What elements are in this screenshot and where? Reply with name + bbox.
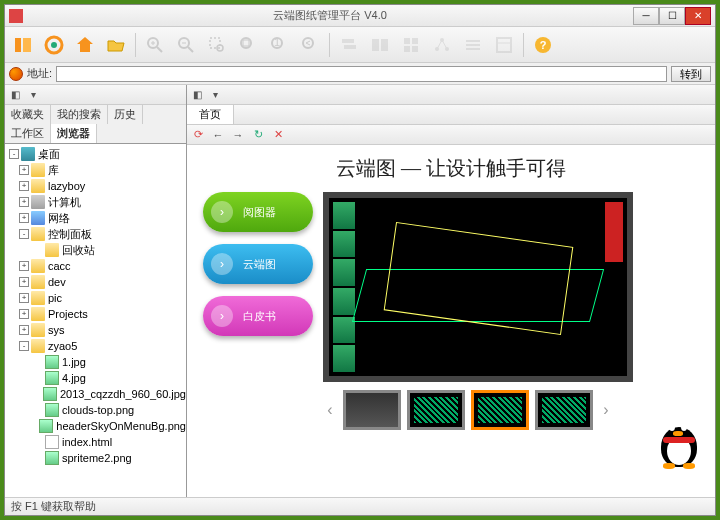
maximize-button[interactable]: ☐ xyxy=(659,7,685,25)
app-window: 云端图纸管理平台 V4.0 ─ ☐ ✕ 1 ? 地址: 转到 xyxy=(4,4,716,516)
thumbnail[interactable] xyxy=(407,390,465,430)
tree-node[interactable]: +dev xyxy=(5,274,186,290)
tree-node[interactable]: +pic xyxy=(5,290,186,306)
svg-rect-18 xyxy=(342,39,354,43)
tab-workspace[interactable]: 工作区 xyxy=(5,124,51,143)
svg-rect-20 xyxy=(372,39,379,51)
cloud-button[interactable]: ›云端图 xyxy=(203,244,313,284)
content-menu-icon[interactable]: ▾ xyxy=(207,87,223,103)
svg-rect-23 xyxy=(412,38,418,44)
tab-homepage[interactable]: 首页 xyxy=(187,105,234,124)
sidebar-pin-icon[interactable]: ◧ xyxy=(7,87,23,103)
page-headline: 云端图 — 让设计触手可得 xyxy=(203,155,699,182)
zoom-region-button[interactable] xyxy=(203,31,231,59)
svg-line-29 xyxy=(437,40,442,49)
grid-button[interactable] xyxy=(397,31,425,59)
thumbnail[interactable] xyxy=(535,390,593,430)
page-content: 云端图 — 让设计触手可得 ›阅图器 ›云端图 ›白皮书 xyxy=(187,145,715,497)
close-button[interactable]: ✕ xyxy=(685,7,711,25)
svg-rect-14 xyxy=(243,40,249,46)
tree-node[interactable]: -zyao5 xyxy=(5,338,186,354)
sidebar-menu-icon[interactable]: ▾ xyxy=(25,87,41,103)
layers-button[interactable] xyxy=(335,31,363,59)
address-input[interactable] xyxy=(56,66,667,82)
svg-point-3 xyxy=(51,42,57,48)
content-toolbar: ◧ ▾ xyxy=(187,85,715,105)
thumbnail[interactable] xyxy=(343,390,401,430)
minimize-button[interactable]: ─ xyxy=(633,7,659,25)
tree-node[interactable]: +网络 xyxy=(5,210,186,226)
tree-node[interactable]: -控制面板 xyxy=(5,226,186,242)
tree-node[interactable]: 2013_cqzzdh_960_60.jpg xyxy=(5,386,186,402)
zoom-in-button[interactable] xyxy=(141,31,169,59)
address-label: 地址: xyxy=(27,66,52,81)
tab-favorites[interactable]: 收藏夹 xyxy=(5,105,51,124)
thumb-prev-icon[interactable]: ‹ xyxy=(323,401,337,419)
viewer-button[interactable]: ›阅图器 xyxy=(203,192,313,232)
sidebar-tabs: 收藏夹 我的搜索 历史 工作区 浏览器 xyxy=(5,105,186,144)
address-bar: 地址: 转到 xyxy=(5,63,715,85)
panel-button[interactable] xyxy=(490,31,518,59)
svg-rect-22 xyxy=(404,38,410,44)
cad-preview xyxy=(323,192,633,382)
tree-node[interactable]: spriteme2.png xyxy=(5,450,186,466)
tab-history[interactable]: 历史 xyxy=(108,105,143,124)
zoom-prev-button[interactable] xyxy=(296,31,324,59)
tree-node[interactable]: 1.jpg xyxy=(5,354,186,370)
tab-mysearch[interactable]: 我的搜索 xyxy=(51,105,108,124)
tree-node[interactable]: +cacc xyxy=(5,258,186,274)
tree-node[interactable]: clouds-top.png xyxy=(5,402,186,418)
zoom-out-button[interactable] xyxy=(172,31,200,59)
tree-node[interactable]: 4.jpg xyxy=(5,370,186,386)
content-pin-icon[interactable]: ◧ xyxy=(189,87,205,103)
svg-point-17 xyxy=(303,38,313,48)
svg-rect-1 xyxy=(23,38,31,52)
tree-node[interactable]: 回收站 xyxy=(5,242,186,258)
go-button[interactable]: 转到 xyxy=(671,66,711,82)
browser-toolbar: ⟳ ← → ↻ ✕ xyxy=(187,125,715,145)
home-button[interactable] xyxy=(71,31,99,59)
svg-rect-24 xyxy=(404,46,410,52)
content-area: ◧ ▾ 首页 ⟳ ← → ↻ ✕ 云端图 — 让设计触手可得 ›阅图器 ›云端图 xyxy=(187,85,715,497)
svg-rect-25 xyxy=(412,46,418,52)
compare-button[interactable] xyxy=(366,31,394,59)
zoom-fit-button[interactable] xyxy=(234,31,262,59)
tree-node[interactable]: +Projects xyxy=(5,306,186,322)
tab-browser[interactable]: 浏览器 xyxy=(51,124,97,143)
cancel-icon[interactable]: ✕ xyxy=(271,128,285,142)
titlebar: 云端图纸管理平台 V4.0 ─ ☐ ✕ xyxy=(5,5,715,27)
tree-node[interactable]: +计算机 xyxy=(5,194,186,210)
whitepaper-button[interactable]: ›白皮书 xyxy=(203,296,313,336)
file-tree[interactable]: -桌面+库+lazyboy+计算机+网络-控制面板 回收站+cacc+dev+p… xyxy=(5,144,186,497)
zoom-actual-button[interactable]: 1 xyxy=(265,31,293,59)
refresh-icon[interactable]: ↻ xyxy=(251,128,265,142)
sidebar: ◧ ▾ 收藏夹 我的搜索 历史 工作区 浏览器 -桌面+库+lazyboy+计算… xyxy=(5,85,187,497)
forward-icon[interactable]: → xyxy=(231,128,245,142)
open-button[interactable] xyxy=(102,31,130,59)
lines-button[interactable] xyxy=(459,31,487,59)
main-toolbar: 1 ? xyxy=(5,27,715,63)
svg-text:1: 1 xyxy=(274,36,280,48)
tree-node[interactable]: +库 xyxy=(5,162,186,178)
help-button[interactable]: ? xyxy=(529,31,557,59)
thumb-next-icon[interactable]: › xyxy=(599,401,613,419)
sidebar-toggle-button[interactable] xyxy=(9,31,37,59)
chevron-right-icon: › xyxy=(211,305,233,327)
stop-icon[interactable] xyxy=(9,67,23,81)
svg-rect-11 xyxy=(210,38,220,48)
tree-root[interactable]: -桌面 xyxy=(5,146,186,162)
thumbnail[interactable] xyxy=(471,390,529,430)
reload-icon[interactable]: ⟳ xyxy=(191,128,205,142)
qq-icon[interactable] xyxy=(655,415,703,467)
browser-button[interactable] xyxy=(40,31,68,59)
tree-node[interactable]: +lazyboy xyxy=(5,178,186,194)
back-icon[interactable]: ← xyxy=(211,128,225,142)
tree-node[interactable]: +sys xyxy=(5,322,186,338)
network-button[interactable] xyxy=(428,31,456,59)
chevron-right-icon: › xyxy=(211,253,233,275)
window-title: 云端图纸管理平台 V4.0 xyxy=(27,8,633,23)
tree-node[interactable]: headerSkyOnMenuBg.png xyxy=(5,418,186,434)
sidebar-toolbar: ◧ ▾ xyxy=(5,85,186,105)
tree-node[interactable]: index.html xyxy=(5,434,186,450)
svg-rect-21 xyxy=(381,39,388,51)
